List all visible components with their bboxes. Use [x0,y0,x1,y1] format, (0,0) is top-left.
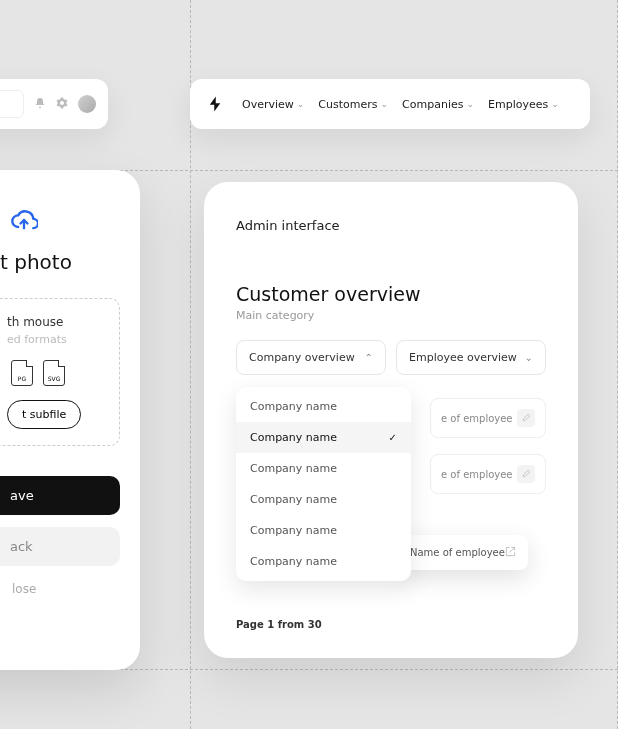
employee-item[interactable]: e of employee [430,398,546,438]
chevron-down-icon: ⌄ [297,99,305,109]
select-label: Employee overview [409,351,517,364]
employee-label: e of employee [441,413,513,424]
chevron-down-icon: ⌄ [551,99,559,109]
search-input[interactable] [0,90,24,118]
dropdown-item[interactable]: Company name [236,391,411,422]
nav-label: Overview [242,98,294,111]
save-button[interactable]: ave [0,476,120,515]
employee-popup-label: Name of employee [410,547,505,558]
upload-cloud-icon [10,206,120,238]
dropzone-line2: ed formats [7,333,109,346]
dropdown-item[interactable]: Company name [236,515,411,546]
bell-icon[interactable] [34,97,46,112]
back-button[interactable]: ack [0,527,120,566]
open-icon[interactable] [505,546,516,559]
nav-overview[interactable]: Overview⌄ [242,98,304,111]
nav-customers[interactable]: Customers⌄ [318,98,388,111]
admin-header: Admin interface [236,218,546,233]
nav-label: Employees [488,98,548,111]
chevron-down-icon: ⌄ [525,352,533,363]
dropdown-item[interactable]: Company name [236,484,411,515]
nav-label: Customers [318,98,377,111]
select-label: Company overview [249,351,355,364]
filetype-jpg-icon: PG [11,360,33,386]
nav-employees[interactable]: Employees⌄ [488,98,559,111]
dropzone[interactable]: th mouse ed formats PG SVG t subfile [0,298,120,446]
filetype-svg-icon: SVG [43,360,65,386]
header-toolbar [0,79,108,129]
upload-title: t photo [0,250,120,274]
top-nav: Overview⌄ Customers⌄ Companies⌄ Employee… [190,79,590,129]
employee-label: e of employee [441,469,513,480]
nav-label: Companies [402,98,463,111]
check-icon: ✓ [389,432,397,443]
company-dropdown: Company name Company name✓ Company name … [236,387,411,581]
company-overview-select[interactable]: Company overview ⌃ [236,340,386,375]
select-subfile-button[interactable]: t subfile [7,400,81,429]
chevron-up-icon: ⌃ [365,352,373,363]
avatar[interactable] [78,95,96,113]
employee-overview-select[interactable]: Employee overview ⌄ [396,340,546,375]
nav-companies[interactable]: Companies⌄ [402,98,474,111]
upload-card: t photo th mouse ed formats PG SVG t sub… [0,170,140,670]
logo-icon [206,95,224,113]
admin-card: Admin interface Customer overview Main c… [204,182,578,658]
section-title: Customer overview [236,283,546,305]
edit-icon[interactable] [517,409,535,427]
dropdown-item[interactable]: Company name [236,453,411,484]
chevron-down-icon: ⌄ [466,99,474,109]
pagination-label: Page 1 from 30 [236,619,322,630]
dropdown-item[interactable]: Company name✓ [236,422,411,453]
employee-popup[interactable]: Name of employee [398,535,528,570]
employee-item[interactable]: e of employee [430,454,546,494]
section-subtitle: Main category [236,309,546,322]
dropzone-line1: th mouse [7,315,109,329]
dropdown-item[interactable]: Company name [236,546,411,577]
gear-icon[interactable] [56,97,68,112]
close-button[interactable]: lose [0,582,120,596]
chevron-down-icon: ⌄ [381,99,389,109]
edit-icon[interactable] [517,465,535,483]
